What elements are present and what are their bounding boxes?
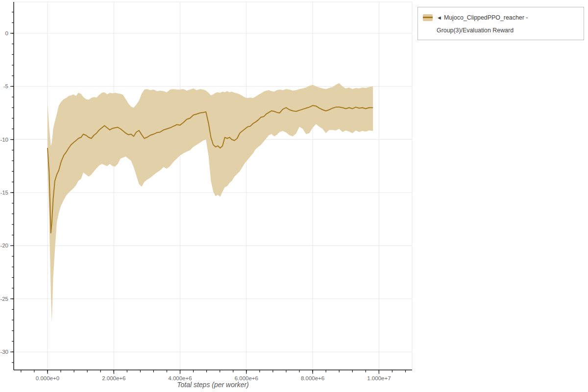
svg-text:0: 0 [5, 30, 8, 36]
svg-text:-20: -20 [0, 243, 8, 248]
legend-series-label: Mujoco_ClippedPPO_reacher - Group(3)/Eva… [437, 14, 528, 34]
legend-collapse-arrow-icon: ◄ [437, 15, 442, 21]
confidence-band [48, 83, 373, 323]
svg-text:-15: -15 [0, 190, 8, 196]
axis-ticks [10, 12, 406, 374]
legend: ◄Mujoco_ClippedPPO_reacher - Group(3)/Ev… [417, 7, 584, 40]
svg-text:-25: -25 [0, 296, 8, 302]
legend-series-text: ◄Mujoco_ClippedPPO_reacher - Group(3)/Ev… [437, 11, 579, 37]
x-axis-title: Total steps (per worker) [14, 381, 412, 389]
svg-text:-5: -5 [3, 83, 8, 89]
dashboard-page: 0.000e+02.000e+64.000e+66.000e+68.000e+6… [0, 0, 588, 392]
legend-series-swatch-icon [423, 14, 433, 21]
legend-item-evaluation-reward[interactable]: ◄Mujoco_ClippedPPO_reacher - Group(3)/Ev… [423, 11, 579, 37]
svg-text:-30: -30 [0, 349, 8, 355]
legend-swatch-line-icon [423, 17, 433, 18]
chart-canvas[interactable]: 0.000e+02.000e+64.000e+66.000e+68.000e+6… [0, 0, 588, 392]
svg-text:-10: -10 [0, 137, 8, 143]
